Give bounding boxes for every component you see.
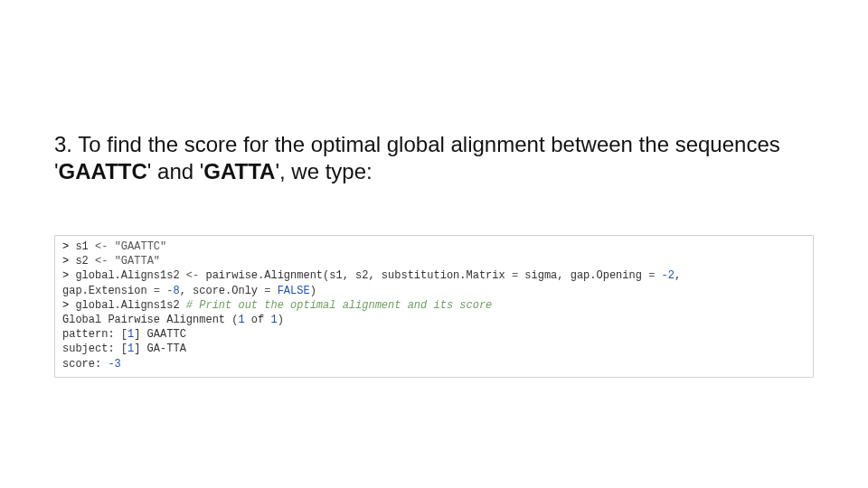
number-literal: -8 (166, 285, 179, 297)
output-end: ) (278, 314, 284, 326)
prompt: > (62, 299, 75, 312)
output-pattern-right: ] GAATTC (134, 328, 186, 341)
false-keyword: FALSE (278, 285, 310, 297)
eq-op: = (648, 269, 655, 282)
eq-op: = (512, 269, 518, 282)
code-s2-left: s2 (75, 255, 95, 267)
close-paren: ) (310, 285, 316, 297)
instruction-text: 3. To find the score for the optimal glo… (54, 131, 814, 185)
prompt: > (62, 255, 75, 267)
output-mid: of (245, 314, 271, 326)
slide: 3. To find the score for the optimal glo… (0, 0, 868, 378)
score-only-left: , score.Only (180, 285, 265, 297)
fn-call-seg: pairwise.Alignment(s1, s2, substitution.… (199, 269, 512, 282)
gap-ext-left: gap.Extension (62, 285, 154, 297)
output-subject-right: ] GA-TTA (134, 343, 186, 355)
output-line: Global Pairwise Alignment ( (62, 314, 238, 326)
code-ga-left: global.Aligns1s2 (75, 269, 185, 282)
sequence-1: GAATTC (59, 159, 147, 183)
fn-call-seg: sigma, gap.Opening (518, 269, 648, 282)
assign-op: <- (186, 269, 199, 282)
string-literal: "GATTA" (115, 255, 160, 267)
instruction-mid: ' and ' (147, 159, 204, 183)
instruction-post: ', we type: (275, 159, 372, 183)
code-s1-left: s1 (75, 240, 95, 253)
number-literal: 1 (270, 314, 277, 326)
print-call: global.Aligns1s2 (75, 299, 185, 312)
output-subject-left: subject: [ (62, 343, 127, 355)
prompt: > (62, 269, 75, 282)
number-literal: -3 (108, 358, 120, 371)
sequence-2: GATTA (203, 159, 275, 183)
eq-op: = (154, 285, 160, 297)
comma: , (675, 269, 681, 282)
assign-op: <- (95, 255, 108, 267)
code-block: > s1 <- "GAATTC" > s2 <- "GATTA" > globa… (54, 235, 814, 378)
comment: # Print out the optimal alignment and it… (186, 299, 492, 312)
prompt: > (62, 240, 75, 253)
number-literal: 1 (238, 314, 244, 326)
number-literal: -2 (662, 269, 675, 282)
string-literal: "GAATTC" (115, 240, 167, 253)
output-pattern-left: pattern: [ (62, 328, 127, 341)
eq-op: = (264, 285, 270, 297)
output-score-left: score: (62, 358, 108, 371)
assign-op: <- (95, 240, 108, 253)
